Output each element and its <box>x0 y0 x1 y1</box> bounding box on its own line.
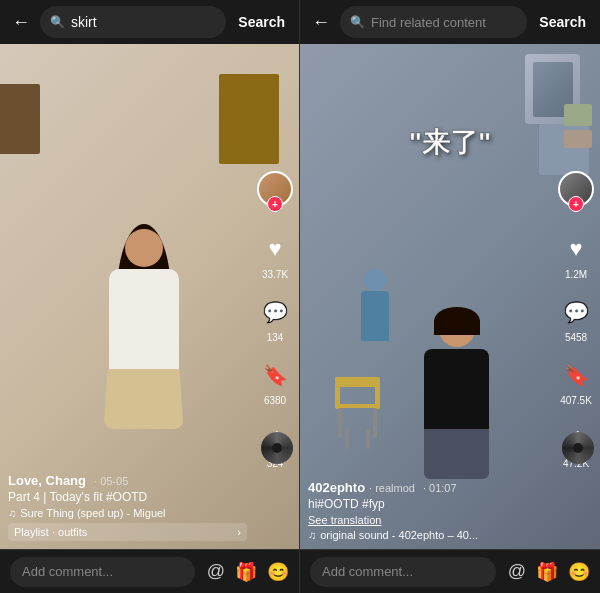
right-video-bg <box>300 44 600 549</box>
right-person-hair <box>434 307 480 335</box>
left-comment-icon: 💬 <box>257 294 293 330</box>
right-search-icon: 🔍 <box>350 15 365 29</box>
right-bookmark-count: 407.5K <box>560 395 592 406</box>
left-video-desc: Part 4 | Today's fit #OOTD <box>8 490 247 504</box>
left-comment-bar: Add comment... @ 🎁 😊 <box>0 549 299 593</box>
left-author-row: Love, Chang · 05-05 <box>8 473 247 488</box>
svg-rect-5 <box>373 408 377 438</box>
right-like-button[interactable]: ♥ 1.2M <box>558 231 594 280</box>
right-video-duration: · 01:07 <box>423 482 457 494</box>
right-bg-person-body <box>361 291 389 341</box>
right-follow-badge[interactable]: + <box>568 196 584 212</box>
right-video-area: "来了" + ♥ 1.2M 💬 5458 🔖 407.5K <box>300 44 600 549</box>
svg-rect-2 <box>375 384 380 409</box>
left-music-disc <box>261 432 293 464</box>
right-bg-person <box>360 269 390 349</box>
left-follow-badge[interactable]: + <box>267 196 283 212</box>
right-overlay-text: "来了" <box>409 124 492 162</box>
right-search-button[interactable]: Search <box>533 10 592 34</box>
right-comment-placeholder: Add comment... <box>322 564 413 579</box>
right-at-icon[interactable]: @ <box>508 561 526 582</box>
left-music-name: Sure Thing (sped up) - Miguel <box>20 507 165 519</box>
left-comment-count: 134 <box>267 332 284 343</box>
left-avatar-container: + <box>257 171 293 207</box>
left-comment-icons: @ 🎁 😊 <box>207 561 289 583</box>
left-search-bar: ← 🔍 skirt Search <box>0 0 299 44</box>
svg-rect-6 <box>345 429 349 449</box>
right-gift-icon[interactable]: 🎁 <box>536 561 558 583</box>
right-shelf-box-2 <box>564 130 592 148</box>
left-disc-icon <box>261 432 293 464</box>
right-search-input-area[interactable]: 🔍 Find related content <box>340 6 527 38</box>
right-search-bar: ← 🔍 Find related content Search <box>300 0 600 44</box>
left-bookmark-button[interactable]: 🔖 6380 <box>257 357 293 406</box>
right-disc-icon <box>562 432 594 464</box>
right-like-count: 1.2M <box>565 269 587 280</box>
left-comment-button[interactable]: 💬 134 <box>257 294 293 343</box>
left-heart-icon: ♥ <box>257 231 293 267</box>
left-person <box>84 229 204 489</box>
right-music-name: original sound - 402ephto – 40... <box>320 529 478 541</box>
svg-rect-1 <box>335 384 340 409</box>
right-emoji-icon[interactable]: 😊 <box>568 561 590 583</box>
svg-rect-4 <box>338 408 342 438</box>
left-playlist-row[interactable]: Playlist · outfits › <box>8 523 247 541</box>
left-music-info: ♫ Sure Thing (sped up) - Miguel <box>8 507 247 519</box>
left-panel: ← 🔍 skirt Search <box>0 0 300 593</box>
right-see-translation[interactable]: See translation <box>308 514 548 526</box>
left-music-note-icon: ♫ <box>8 507 16 519</box>
right-author-sub: · realmod <box>369 482 415 494</box>
left-person-head <box>125 229 163 267</box>
right-person-body <box>424 349 489 429</box>
left-playlist-chevron: › <box>237 526 241 538</box>
right-person-head <box>439 311 475 347</box>
right-author-name: 402ephto <box>308 480 365 495</box>
right-comment-icon: 💬 <box>558 294 594 330</box>
left-search-query: skirt <box>71 14 97 30</box>
right-video-desc: hi#OOTD #fyp <box>308 497 548 511</box>
right-comment-input[interactable]: Add comment... <box>310 557 496 587</box>
right-author-row: 402ephto · realmod · 01:07 <box>308 480 548 495</box>
left-like-button[interactable]: ♥ 33.7K <box>257 231 293 280</box>
right-comment-bar: Add comment... @ 🎁 😊 <box>300 549 600 593</box>
left-person-body <box>109 269 179 369</box>
right-bookmark-icon: 🔖 <box>558 357 594 393</box>
left-video-area: + ♥ 33.7K 💬 134 🔖 6380 ↗ 324 <box>0 44 299 549</box>
left-comment-placeholder: Add comment... <box>22 564 113 579</box>
left-at-icon[interactable]: @ <box>207 561 225 582</box>
left-author-name: Love, Chang <box>8 473 86 488</box>
right-bookmark-button[interactable]: 🔖 407.5K <box>558 357 594 406</box>
right-comment-icons: @ 🎁 😊 <box>508 561 590 583</box>
right-person-legs <box>424 429 489 479</box>
left-emoji-icon[interactable]: 😊 <box>267 561 289 583</box>
svg-rect-7 <box>366 429 370 449</box>
left-search-icon: 🔍 <box>50 15 65 29</box>
right-music-note-icon: ♫ <box>308 529 316 541</box>
right-bg-person-head <box>364 269 386 291</box>
right-shelf-items <box>564 104 592 148</box>
right-avatar-container: + <box>558 171 594 207</box>
left-gift-icon[interactable]: 🎁 <box>235 561 257 583</box>
right-back-button[interactable]: ← <box>308 8 334 37</box>
left-bookmark-icon: 🔖 <box>257 357 293 393</box>
right-action-buttons: + ♥ 1.2M 💬 5458 🔖 407.5K ↗ 47.2K <box>558 171 594 469</box>
right-video-info: 402ephto · realmod · 01:07 hi#OOTD #fyp … <box>308 480 548 541</box>
right-music-info: ♫ original sound - 402ephto – 40... <box>308 529 548 541</box>
right-search-query: Find related content <box>371 15 486 30</box>
left-playlist-label: Playlist · outfits <box>14 526 87 538</box>
left-video-duration: · 05-05 <box>94 475 128 487</box>
left-search-button[interactable]: Search <box>232 10 291 34</box>
right-shelf-box-1 <box>564 104 592 126</box>
left-back-button[interactable]: ← <box>8 8 34 37</box>
right-heart-icon: ♥ <box>558 231 594 267</box>
left-video-info: Love, Chang · 05-05 Part 4 | Today's fit… <box>8 473 247 541</box>
svg-rect-3 <box>335 377 380 387</box>
right-chair <box>330 369 385 449</box>
left-comment-input[interactable]: Add comment... <box>10 557 195 587</box>
left-bookmark-count: 6380 <box>264 395 286 406</box>
left-like-count: 33.7K <box>262 269 288 280</box>
svg-rect-0 <box>335 404 380 408</box>
right-comment-button[interactable]: 💬 5458 <box>558 294 594 343</box>
right-music-disc <box>562 432 594 464</box>
left-search-input-area[interactable]: 🔍 skirt <box>40 6 226 38</box>
